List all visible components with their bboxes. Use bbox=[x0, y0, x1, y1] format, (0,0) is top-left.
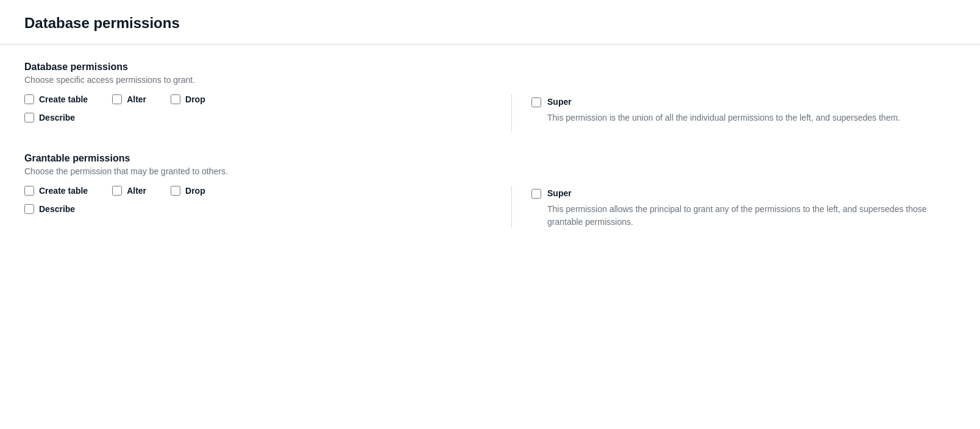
db-drop-checkbox[interactable] bbox=[171, 94, 180, 104]
db-super-label: Super bbox=[547, 97, 900, 107]
database-permissions-section: Database permissions Choose specific acc… bbox=[24, 62, 956, 131]
db-alter-checkbox[interactable] bbox=[112, 94, 122, 104]
gr-alter-checkbox[interactable] bbox=[112, 186, 122, 196]
db-super-row: Super This permission is the union of al… bbox=[531, 97, 956, 124]
grantable-permissions-left: Create table Alter Drop bbox=[24, 186, 512, 229]
db-drop-item[interactable]: Drop bbox=[171, 94, 205, 104]
db-alter-item[interactable]: Alter bbox=[112, 94, 146, 104]
gr-super-row: Super This permission allows the princip… bbox=[531, 188, 956, 229]
grantable-permissions-row-2: Describe bbox=[24, 204, 492, 214]
page-header: Database permissions bbox=[0, 0, 980, 44]
gr-super-content: Super This permission allows the princip… bbox=[547, 188, 956, 229]
db-create-table-checkbox[interactable] bbox=[24, 94, 34, 104]
database-permissions-section-title: Database permissions bbox=[24, 62, 956, 73]
gr-describe-label: Describe bbox=[39, 204, 75, 214]
grantable-permissions-grid: Create table Alter Drop bbox=[24, 186, 956, 229]
grantable-permissions-row-1: Create table Alter Drop bbox=[24, 186, 492, 196]
page-container: Database permissions Database permission… bbox=[0, 0, 980, 429]
database-permissions-right: Super This permission is the union of al… bbox=[512, 94, 956, 131]
grantable-permissions-right: Super This permission allows the princip… bbox=[512, 186, 956, 229]
gr-describe-item[interactable]: Describe bbox=[24, 204, 75, 214]
db-drop-label: Drop bbox=[185, 94, 205, 104]
gr-alter-item[interactable]: Alter bbox=[112, 186, 146, 196]
grantable-permissions-section-subtitle: Choose the permission that may be grante… bbox=[24, 166, 956, 176]
gr-create-table-item[interactable]: Create table bbox=[24, 186, 88, 196]
db-super-checkbox[interactable] bbox=[531, 98, 541, 107]
database-permissions-row-1: Create table Alter Drop bbox=[24, 94, 492, 104]
db-super-content: Super This permission is the union of al… bbox=[547, 97, 900, 124]
gr-describe-checkbox[interactable] bbox=[24, 204, 34, 214]
database-permissions-row-2: Describe bbox=[24, 113, 492, 122]
gr-alter-label: Alter bbox=[127, 186, 146, 196]
database-permissions-grid: Create table Alter Drop bbox=[24, 94, 956, 131]
gr-drop-label: Drop bbox=[185, 186, 205, 196]
content-area: Database permissions Choose specific acc… bbox=[0, 44, 980, 275]
db-describe-label: Describe bbox=[39, 113, 75, 122]
gr-create-table-label: Create table bbox=[39, 186, 88, 196]
database-permissions-section-subtitle: Choose specific access permissions to gr… bbox=[24, 75, 956, 85]
page-title: Database permissions bbox=[24, 15, 956, 32]
db-create-table-label: Create table bbox=[39, 94, 88, 104]
gr-super-label: Super bbox=[547, 188, 956, 198]
gr-drop-checkbox[interactable] bbox=[171, 186, 180, 196]
grantable-permissions-section-title: Grantable permissions bbox=[24, 153, 956, 164]
gr-drop-item[interactable]: Drop bbox=[171, 186, 205, 196]
database-permissions-left: Create table Alter Drop bbox=[24, 94, 512, 131]
grantable-permissions-section: Grantable permissions Choose the permiss… bbox=[24, 153, 956, 229]
gr-create-table-checkbox[interactable] bbox=[24, 186, 34, 196]
db-alter-label: Alter bbox=[127, 94, 146, 104]
db-super-description: This permission is the union of all the … bbox=[547, 112, 900, 124]
gr-super-description: This permission allows the principal to … bbox=[547, 203, 956, 229]
gr-super-checkbox[interactable] bbox=[531, 189, 541, 199]
db-describe-item[interactable]: Describe bbox=[24, 113, 75, 122]
db-describe-checkbox[interactable] bbox=[24, 113, 34, 122]
db-create-table-item[interactable]: Create table bbox=[24, 94, 88, 104]
